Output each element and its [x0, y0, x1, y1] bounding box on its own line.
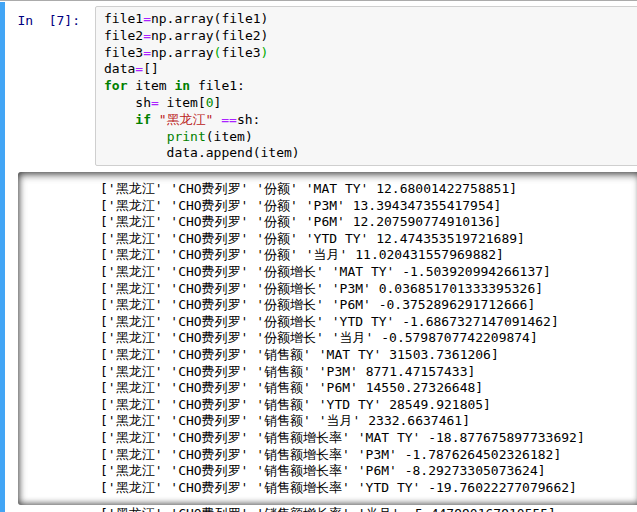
- code-line: print(item): [104, 129, 630, 146]
- output-line: ['黑龙江' 'CHO费列罗' '销售额' 'P6M' 14550.273266…: [100, 380, 637, 397]
- output-line: ['黑龙江' 'CHO费列罗' '份额' 'P6M' 12.2075907749…: [100, 214, 637, 231]
- code-line: for item in file1:: [104, 78, 630, 95]
- output-line: ['黑龙江' 'CHO费列罗' '销售额增长率' 'MAT TY' -18.87…: [100, 430, 637, 447]
- output-line: ['黑龙江' 'CHO费列罗' '份额增长' 'MAT TY' -1.50392…: [100, 264, 637, 281]
- output-scroll-area[interactable]: ['黑龙江' 'CHO费列罗' '份额' 'MAT TY' 12.6800142…: [18, 172, 637, 505]
- output-line: ['黑龙江' 'CHO费列罗' '销售额' 'P3M' 8771.4715743…: [100, 364, 637, 381]
- output-line: ['黑龙江' 'CHO费列罗' '销售额' '当月' 2332.6637461]: [100, 413, 637, 430]
- output-line: ['黑龙江' 'CHO费列罗' '份额增长' 'YTD TY' -1.68673…: [100, 314, 637, 331]
- output-line: ['黑龙江' 'CHO费列罗' '销售额增长率' 'P3M' -1.787626…: [100, 447, 637, 464]
- output-lines-container: ['黑龙江' 'CHO费列罗' '份额' 'MAT TY' 12.6800142…: [100, 181, 637, 496]
- output-line: ['黑龙江' 'CHO费列罗' '销售额增长率' 'P6M' -8.292733…: [100, 463, 637, 480]
- cell-top-border: [0, 0, 637, 1]
- code-line: data.append(item): [104, 145, 630, 162]
- code-line: data=[]: [104, 61, 630, 78]
- code-line: file2=np.array(file2): [104, 28, 630, 45]
- output-line: ['黑龙江' 'CHO费列罗' '份额' 'P3M' 13.3943473554…: [100, 198, 637, 215]
- code-line: sh= item[0]: [104, 95, 630, 112]
- output-line: ['黑龙江' 'CHO费列罗' '销售额增长率' 'YTD TY' -19.76…: [100, 480, 637, 497]
- output-line: ['黑龙江' 'CHO费列罗' '份额' 'MAT TY' 12.6800142…: [100, 181, 637, 198]
- input-prompt: In [7]:: [0, 12, 80, 29]
- output-line: ['黑龙江' 'CHO费列罗' '份额增长' 'P6M' -0.37528962…: [100, 297, 637, 314]
- notebook-cell: In [7]: file1=np.array(file1)file2=np.ar…: [0, 0, 637, 512]
- output-line-partial: ['黑龙江' 'CHO费列罗' '销售额增长率' '当月' -5.4479901…: [100, 506, 556, 512]
- code-editor[interactable]: file1=np.array(file1)file2=np.array(file…: [95, 6, 637, 166]
- code-lines-container: file1=np.array(file1)file2=np.array(file…: [104, 11, 630, 162]
- code-line: if "黑龙江" ==sh:: [104, 112, 630, 129]
- output-line: ['黑龙江' 'CHO费列罗' '份额增长' '当月' -0.579870774…: [100, 330, 637, 347]
- selected-cell-indicator: [0, 2, 5, 512]
- output-line: ['黑龙江' 'CHO费列罗' '销售额' 'YTD TY' 28549.921…: [100, 397, 637, 414]
- output-line: ['黑龙江' 'CHO费列罗' '份额' 'YTD TY' 12.4743535…: [100, 231, 637, 248]
- output-line: ['黑龙江' 'CHO费列罗' '份额' '当月' 11.02043155796…: [100, 247, 637, 264]
- output-line: ['黑龙江' 'CHO费列罗' '份额增长' 'P3M' 0.036851701…: [100, 281, 637, 298]
- output-line: ['黑龙江' 'CHO费列罗' '销售额' 'MAT TY' 31503.736…: [100, 347, 637, 364]
- code-line: file1=np.array(file1): [104, 11, 630, 28]
- code-line: file3=np.array(file3): [104, 45, 630, 62]
